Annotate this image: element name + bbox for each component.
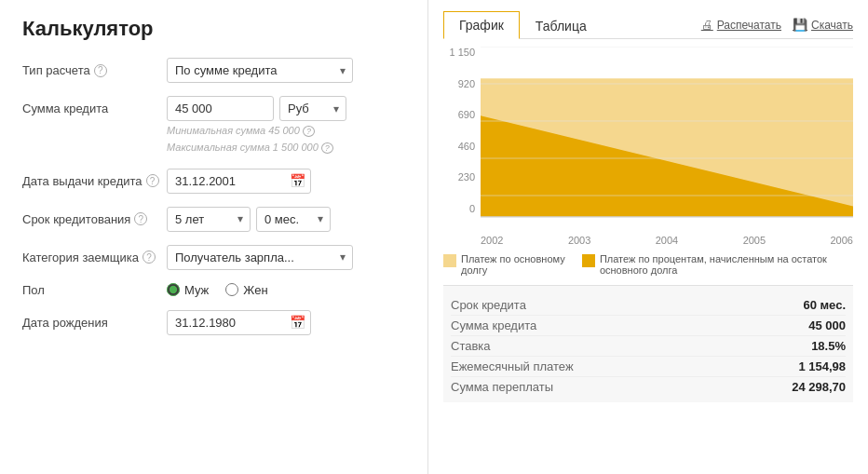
legend-dark-color xyxy=(582,254,595,267)
x-label-2003: 2003 xyxy=(568,235,590,246)
calc-type-select-wrapper: По сумме кредита По ежемесячному платежу xyxy=(167,58,353,83)
term-label: Срок кредитования ? xyxy=(22,212,167,226)
y-label-690: 690 xyxy=(458,109,475,120)
birth-date-controls: 📅 xyxy=(167,310,405,335)
summary-payment-value: 1 154,98 xyxy=(798,359,846,373)
legend-dark-label: Платеж по процентам, начисленным на оста… xyxy=(600,253,853,276)
tabs-bar: График Таблица 🖨 Распечатать 💾 Скачать xyxy=(443,11,853,39)
summary-overpay-value: 24 298,70 xyxy=(792,380,846,394)
x-label-2002: 2002 xyxy=(481,235,503,246)
x-label-2006: 2006 xyxy=(831,235,853,246)
summary-row-payment: Ежемесячный платеж 1 154,98 xyxy=(451,357,846,377)
download-button[interactable]: 💾 Скачать xyxy=(793,18,853,32)
chart-area: 1 150 920 690 460 230 0 xyxy=(443,47,853,463)
chart-container: 1 150 920 690 460 230 0 xyxy=(443,47,853,233)
summary-row-rate: Ставка 18.5% xyxy=(451,336,846,357)
birth-date-row: Дата рождения 📅 xyxy=(22,310,405,335)
gender-controls: Муж Жен xyxy=(167,283,405,297)
tab-actions: 🖨 Распечатать 💾 Скачать xyxy=(701,18,853,32)
summary-row-amount: Сумма кредита 45 000 xyxy=(451,316,846,336)
min-hint: Минимальная сумма 45 000 ? xyxy=(167,124,405,138)
gender-male-label[interactable]: Муж xyxy=(167,283,209,297)
term-months-wrapper: 0 мес. 1 мес. 2 мес. 3 мес. 6 мес. 11 ме… xyxy=(256,207,331,232)
print-button[interactable]: 🖨 Распечатать xyxy=(701,18,781,32)
max-hint: Максимальная сумма 1 500 000 ? xyxy=(167,141,405,155)
gender-female-label[interactable]: Жен xyxy=(225,283,267,297)
summary-row-overpay: Сумма переплаты 24 298,70 xyxy=(451,377,846,397)
x-label-2005: 2005 xyxy=(743,235,766,246)
calc-type-label: Тип расчета ? xyxy=(22,63,167,77)
gender-label: Пол xyxy=(22,283,167,297)
calc-type-controls: По сумме кредита По ежемесячному платежу xyxy=(167,58,405,83)
y-label-460: 460 xyxy=(458,141,475,152)
summary-overpay-label: Сумма переплаты xyxy=(451,380,553,394)
currency-select[interactable]: Руб USD EUR xyxy=(279,96,346,121)
summary-amount-label: Сумма кредита xyxy=(451,318,536,332)
y-label-230: 230 xyxy=(458,171,475,183)
y-axis: 1 150 920 690 460 230 0 xyxy=(443,47,481,233)
chart-panel: График Таблица 🖨 Распечатать 💾 Скачать 1… xyxy=(428,0,868,474)
legend-dark-item: Платеж по процентам, начисленным на оста… xyxy=(582,253,853,276)
legend-light-label: Платеж по основному долгу xyxy=(461,253,569,276)
issue-date-input[interactable] xyxy=(167,169,311,194)
summary-term-label: Срок кредита xyxy=(451,298,526,312)
birth-date-wrapper: 📅 xyxy=(167,310,311,335)
amount-controls: Руб USD EUR Минимальная сумма 45 000 ? М… xyxy=(167,96,405,156)
x-label-2004: 2004 xyxy=(656,235,678,246)
amount-label: Сумма кредита xyxy=(22,96,167,115)
calc-type-select[interactable]: По сумме кредита По ежемесячному платежу xyxy=(167,58,353,83)
amount-input[interactable] xyxy=(167,96,274,121)
summary-row-term: Срок кредита 60 мес. xyxy=(451,295,846,316)
summary-term-value: 60 мес. xyxy=(803,298,846,312)
summary-table: Срок кредита 60 мес. Сумма кредита 45 00… xyxy=(443,285,853,402)
issue-date-label: Дата выдачи кредита ? xyxy=(22,169,167,188)
y-label-920: 920 xyxy=(458,78,475,89)
issue-date-help-icon[interactable]: ? xyxy=(146,174,159,187)
y-label-1150: 1 150 xyxy=(449,47,475,58)
calc-type-help-icon[interactable]: ? xyxy=(94,64,107,77)
gender-female-radio[interactable] xyxy=(225,283,238,296)
issue-date-row: Дата выдачи кредита ? 📅 xyxy=(22,169,405,194)
issue-date-wrapper: 📅 xyxy=(167,169,311,194)
category-label: Категория заемщика ? xyxy=(22,251,167,264)
tab-table[interactable]: Таблица xyxy=(520,12,603,39)
currency-select-wrapper: Руб USD EUR xyxy=(279,96,346,121)
gender-row: Пол Муж Жен xyxy=(22,283,405,297)
download-icon: 💾 xyxy=(793,18,807,32)
calc-type-row: Тип расчета ? По сумме кредита По ежемес… xyxy=(22,58,405,83)
term-years-select[interactable]: 1 лет 2 лет 3 лет 4 лет 5 лет 10 лет 15 … xyxy=(167,207,251,232)
chart-plot xyxy=(481,47,853,233)
tab-graph[interactable]: График xyxy=(443,11,520,39)
legend-light-color xyxy=(443,254,456,267)
term-controls: 1 лет 2 лет 3 лет 4 лет 5 лет 10 лет 15 … xyxy=(167,207,405,232)
term-years-wrapper: 1 лет 2 лет 3 лет 4 лет 5 лет 10 лет 15 … xyxy=(167,207,251,232)
calculator-panel: Калькулятор Тип расчета ? По сумме креди… xyxy=(0,0,428,474)
printer-icon: 🖨 xyxy=(701,18,713,32)
x-axis: 2002 2003 2004 2005 2006 xyxy=(443,235,853,246)
legend-light-item: Платеж по основному долгу xyxy=(443,253,569,276)
summary-amount-value: 45 000 xyxy=(808,318,846,332)
category-row: Категория заемщика ? Получатель зарпла..… xyxy=(22,245,405,270)
summary-payment-label: Ежемесячный платеж xyxy=(451,359,574,373)
category-select[interactable]: Получатель зарпла... Другое xyxy=(167,245,353,270)
term-help-icon[interactable]: ? xyxy=(134,212,147,225)
page-title: Калькулятор xyxy=(22,17,405,41)
term-months-select[interactable]: 0 мес. 1 мес. 2 мес. 3 мес. 6 мес. 11 ме… xyxy=(256,207,331,232)
birth-date-label: Дата рождения xyxy=(22,316,167,330)
term-row: Срок кредитования ? 1 лет 2 лет 3 лет 4 … xyxy=(22,207,405,232)
legend: Платеж по основному долгу Платеж по проц… xyxy=(443,253,853,276)
y-label-0: 0 xyxy=(469,203,475,214)
gender-male-radio[interactable] xyxy=(167,283,180,296)
amount-row: Сумма кредита Руб USD EUR Минимальная су… xyxy=(22,96,405,156)
birth-date-input[interactable] xyxy=(167,310,311,335)
gender-radio-group: Муж Жен xyxy=(167,283,405,297)
summary-rate-label: Ставка xyxy=(451,339,491,353)
category-select-wrapper: Получатель зарпла... Другое xyxy=(167,245,353,270)
summary-rate-value: 18.5% xyxy=(811,339,846,353)
category-help-icon[interactable]: ? xyxy=(142,251,156,264)
chart-svg xyxy=(481,47,853,233)
issue-date-controls: 📅 xyxy=(167,169,405,194)
category-controls: Получатель зарпла... Другое xyxy=(167,245,405,270)
